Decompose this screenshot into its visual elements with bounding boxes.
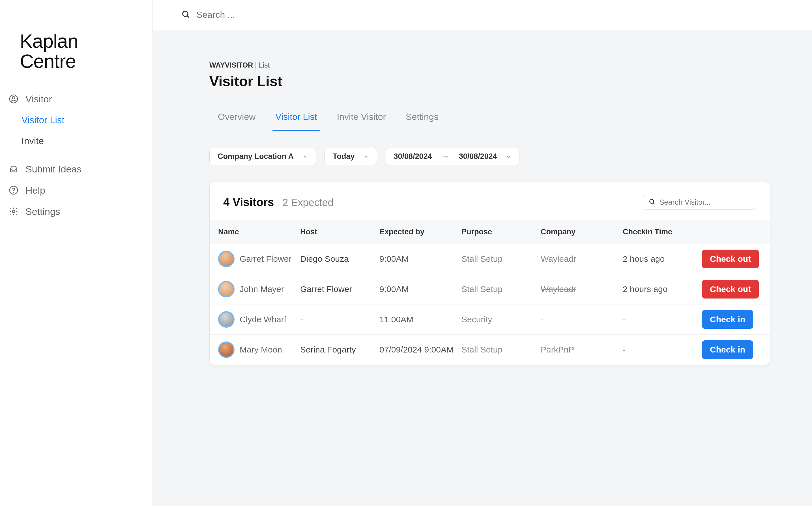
visitor-name: Garret Flower bbox=[240, 254, 291, 264]
svg-point-7 bbox=[650, 199, 654, 203]
expected-count: 2 Expected bbox=[282, 197, 333, 208]
cell-purpose: Stall Setup bbox=[461, 284, 541, 294]
visitor-name: Mary Moon bbox=[240, 345, 282, 354]
filter-period-label: Today bbox=[333, 152, 355, 161]
svg-line-8 bbox=[653, 203, 654, 204]
chevron-down-icon bbox=[506, 154, 511, 159]
sidebar-item-label: Settings bbox=[25, 206, 60, 217]
table-body: Garret FlowerDiego Souza9:00AMStall Setu… bbox=[210, 244, 770, 365]
tab-overview[interactable]: Overview bbox=[218, 106, 255, 131]
cell-expected: 9:00AM bbox=[379, 284, 461, 294]
table-row: John MayerGarret Flower9:00AMStall Setup… bbox=[210, 274, 770, 305]
inbox-icon bbox=[8, 164, 19, 174]
svg-point-3 bbox=[13, 192, 14, 193]
sidebar-item-help[interactable]: Help bbox=[0, 180, 152, 201]
brand-line1: Kaplan bbox=[20, 31, 136, 51]
table-header: Name Host Expected by Purpose Company Ch… bbox=[210, 220, 770, 244]
filter-date-from: 30/08/2024 bbox=[394, 152, 432, 161]
cell-name: Mary Moon bbox=[218, 341, 300, 358]
table-row: Mary MoonSerina Fogarty07/09/2024 9:00AM… bbox=[210, 335, 770, 365]
filters: Company Location A Today 30/08/2024 → 30… bbox=[209, 148, 770, 165]
filter-date-range[interactable]: 30/08/2024 → 30/08/2024 bbox=[386, 148, 519, 165]
main: WAYVISITOR | List Visitor List Overview … bbox=[153, 0, 812, 506]
check-out-button[interactable]: Check out bbox=[702, 250, 759, 268]
tab-settings[interactable]: Settings bbox=[406, 106, 439, 131]
svg-line-6 bbox=[187, 15, 189, 17]
visitor-search-input[interactable] bbox=[659, 198, 751, 206]
sidebar-item-invite[interactable]: Invite bbox=[0, 131, 152, 152]
cell-company: - bbox=[541, 315, 623, 324]
check-in-button[interactable]: Check in bbox=[702, 340, 753, 359]
cell-expected: 07/09/2024 9:00AM bbox=[379, 345, 461, 354]
cell-action: Check out bbox=[702, 250, 770, 268]
sidebar-item-settings[interactable]: Settings bbox=[0, 201, 152, 222]
sidebar-item-label: Visitor List bbox=[21, 115, 65, 125]
svg-point-1 bbox=[12, 96, 15, 99]
cell-company: Wayleadr bbox=[541, 254, 623, 264]
filter-period[interactable]: Today bbox=[324, 148, 377, 165]
sidebar-item-visitor[interactable]: Visitor bbox=[0, 88, 152, 110]
visitors-count: 4 Visitors bbox=[223, 196, 274, 208]
gear-icon bbox=[8, 206, 19, 217]
filter-location[interactable]: Company Location A bbox=[209, 148, 316, 165]
sidebar-item-label: Invite bbox=[21, 136, 44, 146]
check-in-button[interactable]: Check in bbox=[702, 310, 753, 329]
sidebar-item-submit-ideas[interactable]: Submit Ideas bbox=[0, 159, 152, 180]
cell-purpose: Security bbox=[461, 315, 541, 324]
table-row: Garret FlowerDiego Souza9:00AMStall Setu… bbox=[210, 244, 770, 274]
brand-logo: Kaplan Centre bbox=[0, 31, 152, 88]
breadcrumb-root: WAYVISITOR bbox=[209, 61, 253, 69]
page-title: Visitor List bbox=[209, 73, 770, 90]
cell-host: Garret Flower bbox=[300, 284, 379, 294]
svg-point-5 bbox=[183, 11, 188, 16]
visitor-search[interactable] bbox=[643, 195, 756, 210]
col-name: Name bbox=[218, 228, 300, 236]
col-host: Host bbox=[300, 228, 379, 236]
cell-expected: 11:00AM bbox=[379, 315, 461, 324]
cell-host: - bbox=[300, 315, 379, 324]
search-icon bbox=[649, 198, 656, 206]
tabs: Overview Visitor List Invite Visitor Set… bbox=[209, 106, 770, 131]
breadcrumb: WAYVISITOR | List bbox=[209, 61, 770, 69]
visitor-name: John Mayer bbox=[240, 284, 284, 294]
cell-expected: 9:00AM bbox=[379, 254, 461, 264]
col-purpose: Purpose bbox=[461, 228, 541, 236]
help-circle-icon bbox=[8, 185, 19, 195]
breadcrumb-leaf: List bbox=[259, 61, 270, 69]
cell-name: Garret Flower bbox=[218, 251, 300, 267]
cell-checkin: 2 hours ago bbox=[623, 284, 702, 294]
cell-checkin: - bbox=[623, 315, 702, 324]
avatar bbox=[218, 281, 234, 298]
cell-action: Check in bbox=[702, 310, 770, 329]
user-circle-icon bbox=[8, 94, 19, 104]
global-search-input[interactable] bbox=[196, 10, 798, 20]
filter-date-to: 30/08/2024 bbox=[459, 152, 497, 161]
cell-purpose: Stall Setup bbox=[461, 345, 541, 354]
search-icon bbox=[181, 10, 191, 20]
cell-checkin: - bbox=[623, 345, 702, 354]
divider bbox=[0, 155, 152, 155]
card-header: 4 Visitors 2 Expected bbox=[210, 182, 770, 220]
cell-name: Clyde Wharf bbox=[218, 311, 300, 328]
cell-purpose: Stall Setup bbox=[461, 254, 541, 264]
sidebar-item-label: Help bbox=[25, 185, 45, 196]
cell-company: ParkPnP bbox=[541, 345, 623, 354]
col-expected-by: Expected by bbox=[379, 228, 461, 236]
sidebar-item-visitor-list[interactable]: Visitor List bbox=[0, 110, 152, 131]
col-checkin-time: Checkin Time bbox=[623, 228, 702, 236]
tab-invite-visitor[interactable]: Invite Visitor bbox=[337, 106, 386, 131]
counts: 4 Visitors 2 Expected bbox=[223, 196, 333, 208]
avatar bbox=[218, 311, 234, 328]
tab-visitor-list[interactable]: Visitor List bbox=[275, 106, 317, 131]
topbar bbox=[153, 0, 812, 30]
avatar bbox=[218, 341, 234, 358]
brand-line2: Centre bbox=[20, 51, 136, 71]
chevron-down-icon bbox=[363, 154, 369, 159]
check-out-button[interactable]: Check out bbox=[702, 280, 759, 299]
filter-location-label: Company Location A bbox=[218, 152, 294, 161]
content: WAYVISITOR | List Visitor List Overview … bbox=[153, 30, 812, 506]
sidebar-item-label: Submit Ideas bbox=[25, 164, 81, 175]
sidebar-item-label: Visitor bbox=[25, 94, 52, 105]
table-row: Clyde Wharf-11:00AMSecurity--Check in bbox=[210, 305, 770, 335]
sidebar: Kaplan Centre Visitor Visitor List Invit… bbox=[0, 0, 153, 506]
